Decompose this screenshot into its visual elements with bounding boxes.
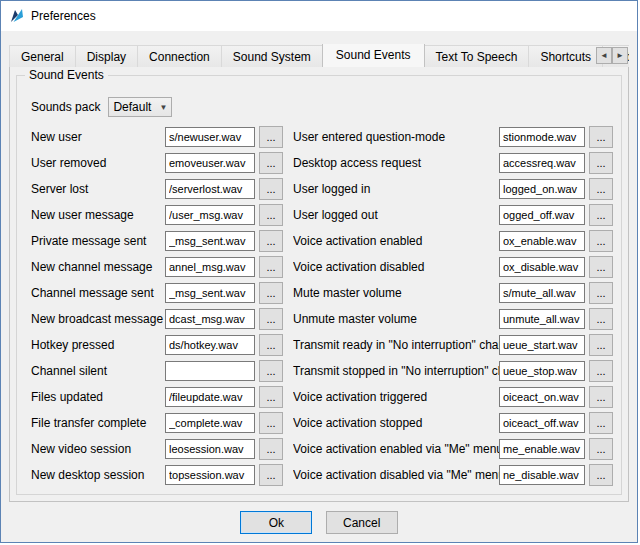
sound-event-row: File transfer complete... <box>31 410 283 436</box>
sound-event-row: New broadcast message... <box>31 306 283 332</box>
sound-file-input[interactable] <box>499 361 585 381</box>
browse-button[interactable]: ... <box>259 308 283 330</box>
sound-event-row: New channel message... <box>31 254 283 280</box>
sound-event-label: Channel silent <box>31 364 165 378</box>
sound-file-input[interactable] <box>165 465 255 485</box>
sound-event-row: Transmit ready in "No interruption" chan… <box>293 332 613 358</box>
tab-sound-events[interactable]: Sound Events <box>322 44 425 67</box>
sound-file-input[interactable] <box>499 153 585 173</box>
sound-event-row: User removed... <box>31 150 283 176</box>
browse-button[interactable]: ... <box>589 308 613 330</box>
sound-event-row: Channel message sent... <box>31 280 283 306</box>
sounds-pack-select[interactable]: Default ▼ <box>108 97 172 117</box>
tab-scroll-left-icon[interactable]: ◄ <box>596 47 612 64</box>
browse-button[interactable]: ... <box>259 178 283 200</box>
browse-button[interactable]: ... <box>259 230 283 252</box>
sound-event-row: New video session... <box>31 436 283 462</box>
sound-file-input[interactable] <box>165 335 255 355</box>
browse-button[interactable]: ... <box>259 152 283 174</box>
sound-event-label: Hotkey pressed <box>31 338 165 352</box>
sound-event-label: Channel message sent <box>31 286 165 300</box>
sound-file-input[interactable] <box>165 413 255 433</box>
sound-event-label: Server lost <box>31 182 165 196</box>
tab-general[interactable]: General <box>9 45 76 67</box>
browse-button[interactable]: ... <box>259 360 283 382</box>
browse-button[interactable]: ... <box>589 360 613 382</box>
cancel-button[interactable]: Cancel <box>326 511 398 534</box>
browse-button[interactable]: ... <box>259 386 283 408</box>
sound-event-label: Transmit stopped in "No interruption" ch… <box>293 364 499 378</box>
tab-scroll-right-icon[interactable]: ► <box>612 47 628 64</box>
sound-event-row: Mute master volume... <box>293 280 613 306</box>
ok-button[interactable]: Ok <box>240 511 312 534</box>
browse-button[interactable]: ... <box>589 256 613 278</box>
app-icon <box>9 8 25 24</box>
sound-file-input[interactable] <box>499 257 585 277</box>
sound-event-row: Unmute master volume... <box>293 306 613 332</box>
sound-file-input[interactable] <box>165 205 255 225</box>
browse-button[interactable]: ... <box>589 230 613 252</box>
sound-file-input[interactable] <box>165 283 255 303</box>
sound-file-input[interactable] <box>165 231 255 251</box>
browse-button[interactable]: ... <box>589 152 613 174</box>
sounds-pack-value: Default <box>109 100 155 114</box>
sound-file-input[interactable] <box>165 153 255 173</box>
sound-event-row: Voice activation triggered... <box>293 384 613 410</box>
sound-event-label: Voice activation triggered <box>293 390 499 404</box>
browse-button[interactable]: ... <box>589 438 613 460</box>
sound-file-input[interactable] <box>499 387 585 407</box>
sound-file-input[interactable] <box>165 439 255 459</box>
sound-event-row: Server lost... <box>31 176 283 202</box>
sound-file-input[interactable] <box>499 283 585 303</box>
browse-button[interactable]: ... <box>589 204 613 226</box>
browse-button[interactable]: ... <box>259 334 283 356</box>
sound-file-input[interactable] <box>499 231 585 251</box>
sound-file-input[interactable] <box>499 335 585 355</box>
sound-file-input[interactable] <box>499 127 585 147</box>
sound-file-input[interactable] <box>165 127 255 147</box>
sound-file-input[interactable] <box>499 465 585 485</box>
sound-event-label: Voice activation stopped <box>293 416 499 430</box>
browse-button[interactable]: ... <box>259 438 283 460</box>
browse-button[interactable]: ... <box>589 282 613 304</box>
sound-file-input[interactable] <box>499 179 585 199</box>
sound-file-input[interactable] <box>499 205 585 225</box>
sound-file-input[interactable] <box>499 439 585 459</box>
browse-button[interactable]: ... <box>589 412 613 434</box>
tab-sound-system[interactable]: Sound System <box>221 45 323 67</box>
sound-event-label: Voice activation enabled via "Me" menu <box>293 442 499 456</box>
sound-file-input[interactable] <box>165 309 255 329</box>
tab-shortcuts[interactable]: Shortcuts <box>528 45 603 67</box>
sound-event-label: New channel message <box>31 260 165 274</box>
browse-button[interactable]: ... <box>589 178 613 200</box>
browse-button[interactable]: ... <box>589 386 613 408</box>
sound-event-label: New user <box>31 130 165 144</box>
browse-button[interactable]: ... <box>259 126 283 148</box>
sound-event-row: New user... <box>31 124 283 150</box>
sound-file-input[interactable] <box>165 387 255 407</box>
tab-text-to-speech[interactable]: Text To Speech <box>424 45 530 67</box>
tab-connection[interactable]: Connection <box>137 45 222 67</box>
browse-button[interactable]: ... <box>589 126 613 148</box>
browse-button[interactable]: ... <box>259 204 283 226</box>
sound-events-group: Sound Events Sounds pack Default ▼ New u… <box>16 75 622 495</box>
group-title: Sound Events <box>25 68 108 82</box>
sound-event-label: New broadcast message <box>31 312 165 326</box>
sound-file-input[interactable] <box>165 361 255 381</box>
sound-event-row: User entered question-mode... <box>293 124 613 150</box>
sounds-pack-label: Sounds pack <box>31 100 100 114</box>
sound-file-input[interactable] <box>499 309 585 329</box>
browse-button[interactable]: ... <box>589 464 613 486</box>
browse-button[interactable]: ... <box>589 334 613 356</box>
tab-display[interactable]: Display <box>75 45 138 67</box>
sound-file-input[interactable] <box>165 179 255 199</box>
sound-file-input[interactable] <box>165 257 255 277</box>
browse-button[interactable]: ... <box>259 282 283 304</box>
sound-file-input[interactable] <box>499 413 585 433</box>
sound-event-label: User logged in <box>293 182 499 196</box>
browse-button[interactable]: ... <box>259 412 283 434</box>
browse-button[interactable]: ... <box>259 464 283 486</box>
tab-pane: Sound Events Sounds pack Default ▼ New u… <box>9 66 629 502</box>
sound-event-label: Private message sent <box>31 234 165 248</box>
browse-button[interactable]: ... <box>259 256 283 278</box>
